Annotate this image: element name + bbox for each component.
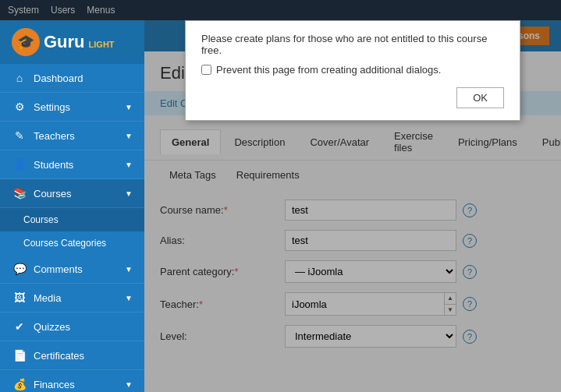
sidebar-item-comments[interactable]: 💬 Comments ▼ xyxy=(0,255,144,284)
sidebar-item-label: Comments xyxy=(34,263,125,275)
sidebar-sub-label: Courses xyxy=(23,214,59,225)
main-layout: 🎓 Guru LIGHT ⌂ Dashboard ⚙ Settings ▼ ✎ … xyxy=(0,20,561,392)
chevron-icon: ▼ xyxy=(125,380,133,389)
sidebar-item-label: Dashboard xyxy=(34,72,133,84)
sidebar-logo: 🎓 Guru LIGHT xyxy=(0,20,144,64)
sidebar-item-courses-categories[interactable]: Courses Categories xyxy=(0,231,144,255)
modal-checkbox-row: Prevent this page from creating addition… xyxy=(201,64,504,76)
home-icon: ⌂ xyxy=(12,72,27,84)
sidebar-item-quizzes[interactable]: ✔ Quizzes xyxy=(0,313,144,341)
sidebar-item-label: Teachers xyxy=(34,130,125,142)
topbar-users[interactable]: Users xyxy=(51,5,75,16)
modal-dialog: Please create plans for those who are no… xyxy=(185,20,520,121)
sidebar-item-label: Settings xyxy=(34,101,125,113)
logo-badge: LIGHT xyxy=(89,41,115,49)
sidebar-sub-label: Courses Categories xyxy=(23,238,106,249)
sidebar-item-teachers[interactable]: ✎ Teachers ▼ xyxy=(0,122,144,150)
comments-icon: 💬 xyxy=(12,263,27,275)
logo-icon: 🎓 xyxy=(12,28,40,56)
students-icon: 👤 xyxy=(12,158,27,171)
chevron-icon: ▼ xyxy=(125,103,133,111)
prevent-dialogs-label: Prevent this page from creating addition… xyxy=(216,64,441,76)
modal-buttons: OK xyxy=(201,87,504,108)
sidebar-item-label: Media xyxy=(34,292,125,304)
sidebar-item-courses[interactable]: 📚 Courses ▼ xyxy=(0,179,144,208)
quizzes-icon: ✔ xyxy=(12,320,27,333)
sidebar-item-dashboard[interactable]: ⌂ Dashboard xyxy=(0,64,144,93)
sidebar-item-label: Students xyxy=(34,159,125,171)
media-icon: 🖼 xyxy=(12,291,27,304)
sidebar: 🎓 Guru LIGHT ⌂ Dashboard ⚙ Settings ▼ ✎ … xyxy=(0,20,144,392)
sidebar-item-finances[interactable]: 💰 Finances ▼ xyxy=(0,370,144,392)
top-bar: System Users Menus xyxy=(0,0,561,20)
sidebar-item-courses-sub[interactable]: Courses xyxy=(0,208,144,231)
finances-icon: 💰 xyxy=(12,378,27,390)
prevent-dialogs-checkbox[interactable] xyxy=(201,65,211,75)
chevron-icon: ▼ xyxy=(125,265,133,274)
sidebar-item-certificates[interactable]: 📄 Certificates xyxy=(0,341,144,370)
topbar-system[interactable]: System xyxy=(8,5,39,16)
sidebar-item-label: Courses xyxy=(34,188,125,200)
sidebar-item-students[interactable]: 👤 Students ▼ xyxy=(0,150,144,179)
modal-message: Please create plans for those who are no… xyxy=(201,33,504,56)
sidebar-item-settings[interactable]: ⚙ Settings ▼ xyxy=(0,93,144,122)
logo-name: Guru xyxy=(44,34,85,51)
teachers-icon: ✎ xyxy=(12,129,27,142)
courses-icon: 📚 xyxy=(12,187,27,200)
chevron-icon: ▼ xyxy=(125,132,133,140)
chevron-icon: ▼ xyxy=(125,294,133,302)
chevron-icon: ▼ xyxy=(125,161,133,169)
sidebar-item-label: Finances xyxy=(34,379,125,390)
sidebar-item-label: Quizzes xyxy=(34,321,133,333)
chevron-icon: ▼ xyxy=(125,189,133,198)
modal-ok-button[interactable]: OK xyxy=(456,87,504,108)
certificates-icon: 📄 xyxy=(12,349,27,362)
modal-overlay: Please create plans for those who are no… xyxy=(144,20,561,392)
settings-icon: ⚙ xyxy=(12,101,27,113)
sidebar-item-label: Certificates xyxy=(34,350,133,362)
content-area: 🔔 Add/Edit Lessons Edit Course Edit Cour… xyxy=(144,20,561,392)
sidebar-item-media[interactable]: 🖼 Media ▼ xyxy=(0,284,144,313)
topbar-menus[interactable]: Menus xyxy=(87,5,115,16)
